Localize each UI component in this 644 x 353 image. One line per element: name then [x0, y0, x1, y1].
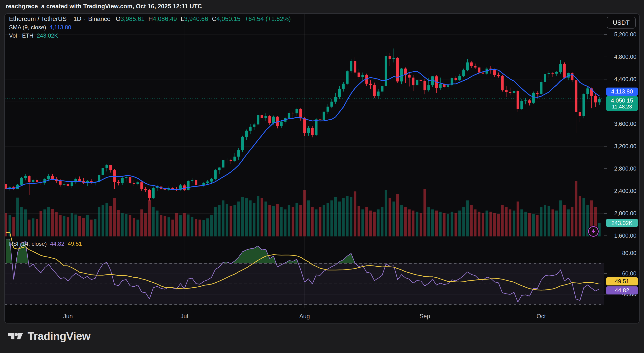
last-price-badge: 4,050.15 11:48:23	[606, 96, 638, 111]
axis-tick-mark	[604, 191, 607, 191]
axis-tick-mark	[604, 235, 607, 236]
time-axis-month-label: Jul	[175, 308, 194, 323]
rsi-axis-label: 60.00	[622, 270, 636, 277]
currency-toggle-button[interactable]: USDT	[607, 17, 636, 29]
open-label: O	[116, 15, 120, 22]
low-value: 3,940.66	[184, 15, 208, 22]
rsi-axis-label: 80.00	[622, 250, 636, 256]
lightning-icon	[588, 225, 599, 237]
symbol-title[interactable]: Ethereum / TetherUS	[9, 16, 66, 22]
close-label: C	[212, 15, 216, 22]
price-axis-label: 4,800.00	[614, 54, 636, 60]
rsi-badge: 44.82	[606, 286, 638, 294]
price-axis-label: 2,800.00	[614, 165, 636, 172]
rsi-indicator-label[interactable]: RSI (14, close)	[9, 240, 47, 247]
price-axis-label: 5,200.00	[614, 31, 636, 38]
high-label: H	[148, 15, 153, 22]
ohlc-values: O3,985.61 H4,086.49 L3,940.66 C4,050.15	[116, 16, 244, 22]
open-value: 3,985.61	[120, 15, 144, 22]
time-axis-month-label: Oct	[532, 308, 550, 323]
axis-tick-mark	[604, 57, 607, 57]
interval-label[interactable]: 1D	[74, 16, 81, 22]
volume-indicator-label[interactable]: Vol · ETH	[9, 33, 34, 39]
volume-indicator-value: 243.02K	[37, 33, 58, 39]
change-value: +64.54 (+1.62%)	[245, 16, 291, 22]
close-value: 4,050.15	[216, 15, 240, 22]
price-axis-label: 1,600.00	[614, 232, 636, 239]
price-axis-label: 2,000.00	[614, 210, 636, 217]
tradingview-logo: TradingView	[8, 330, 90, 342]
axis-tick-mark	[604, 146, 607, 147]
legend-separator: ·	[69, 16, 71, 22]
tradingview-logo-icon	[8, 330, 24, 342]
high-value: 4,086.49	[153, 15, 177, 22]
axis-tick-mark	[604, 168, 607, 169]
price-axis-label: 4,400.00	[614, 76, 636, 83]
sma-indicator-label[interactable]: SMA (9, close)	[9, 25, 46, 30]
chart-widget: Ethereum / TetherUS · 1D · Binance O3,98…	[4, 13, 640, 323]
rsi-ma-value: 49.51	[68, 240, 82, 247]
snapshot-page: reachgrace_a created with TradingView.co…	[0, 0, 644, 353]
symbol-legend: Ethereum / TetherUS · 1D · Binance O3,98…	[9, 16, 291, 41]
axis-tick-mark	[604, 213, 607, 214]
axis-tick-mark	[604, 273, 607, 274]
time-axis-month-label: Sep	[416, 308, 434, 323]
axis-tick-mark	[604, 124, 607, 124]
sma-price-badge: 4,113.80	[606, 88, 638, 96]
bar-countdown: 11:48:23	[612, 104, 632, 110]
rsi-value: 44.82	[50, 240, 64, 247]
price-axis-label: 2,400.00	[614, 188, 636, 194]
axis-tick-mark	[604, 34, 607, 35]
legend-separator: ·	[84, 16, 86, 22]
rsi-legend: RSI (14, close) 44.82 49.51	[9, 240, 82, 247]
time-axis-month-label: Jun	[58, 308, 78, 323]
time-axis[interactable]: JunJulAugSepOct	[5, 308, 640, 323]
axis-tick-mark	[604, 253, 607, 253]
price-axis-label: 3,600.00	[614, 121, 636, 127]
attribution-text: reachgrace_a created with TradingView.co…	[6, 3, 202, 10]
tradingview-logo-text: TradingView	[28, 330, 90, 342]
pane-separator[interactable]	[5, 238, 640, 238]
exchange-label: Binance	[88, 16, 110, 22]
low-label: L	[180, 15, 184, 22]
chart-canvas[interactable]	[5, 14, 604, 308]
volume-badge: 243.02K	[606, 219, 638, 227]
price-axis-label: 3,200.00	[614, 143, 636, 150]
rsi-ma-badge: 49.51	[606, 277, 638, 285]
axis-tick-mark	[604, 79, 607, 80]
time-axis-month-label: Aug	[295, 308, 314, 323]
sma-indicator-value: 4,113.80	[50, 25, 71, 30]
price-axis[interactable]: USDT 4,113.80 4,050.15 11:48:23 243.02K …	[604, 14, 640, 308]
flash-button[interactable]	[588, 225, 599, 237]
